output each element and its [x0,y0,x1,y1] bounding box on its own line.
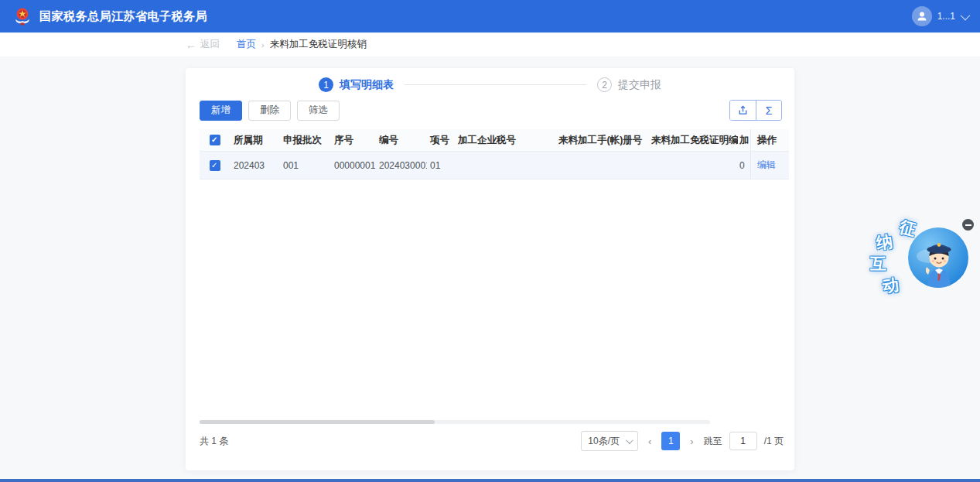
pagination: 10条/页 ‹ 1 › 跳至 /1 页 [581,431,784,451]
breadcrumb-current: 来料加工免税证明核销 [270,38,367,51]
filter-button[interactable]: 筛选 [297,101,340,121]
jump-to-label: 跳至 [704,435,722,448]
page-size-select[interactable]: 10条/页 [581,431,638,451]
col-header-truncated: 加 [738,134,750,147]
horizontal-scrollbar-thumb[interactable] [200,420,435,424]
back-button[interactable]: 返回 [186,38,220,51]
step-2-label: 提交申报 [618,78,661,92]
page-1-button[interactable]: 1 [661,432,680,450]
back-label: 返回 [200,38,220,51]
table-header-row: 所属期 申报批次 序号 编号 项号 加工企业税号 来料加工手(帐)册号 来料加工… [200,129,789,152]
total-count: 共 1 条 [200,435,228,448]
cell-seq: 00000001 [331,160,376,171]
col-header-manual-no: 来料加工手(帐)册号 [555,134,648,147]
chevron-down-icon [961,10,971,20]
main-card: 1 填写明细表 2 提交申报 新增 删除 筛选 Σ 所属期 [186,68,794,470]
breadcrumb: 返回 首页 › 来料加工免税证明核销 [0,32,980,56]
col-header-batch: 申报批次 [280,134,331,147]
export-button[interactable] [730,101,756,120]
tax-interaction-widget[interactable]: 征 纳 互 动 [867,217,975,301]
mascot-char-na: 纳 [875,231,894,255]
col-header-cert-no: 来料加工免税证明编号 [648,134,738,147]
step-2-number: 2 [597,77,612,92]
col-header-action: 操作 [750,129,789,151]
breadcrumb-home[interactable]: 首页 [237,38,256,51]
select-all-checkbox[interactable] [210,135,220,145]
widget-minimize-button[interactable] [962,219,974,231]
col-header-number: 编号 [376,134,427,147]
col-header-item-no: 项号 [427,134,455,147]
app-header: 国家税务总局江苏省电子税务局 1...1 [0,0,980,32]
step-1-fill-detail: 1 填写明细表 [319,77,394,92]
table-toolbar: 新增 删除 筛选 Σ [200,100,782,121]
horizontal-scrollbar[interactable] [200,420,710,424]
step-2-submit: 2 提交申报 [597,77,661,92]
data-table: 所属期 申报批次 序号 编号 项号 加工企业税号 来料加工手(帐)册号 来料加工… [200,129,789,179]
jump-to-page-input[interactable] [729,432,757,450]
delete-button[interactable]: 删除 [248,101,291,121]
prev-page-button[interactable]: ‹ [645,436,654,447]
cell-item-no: 01 [427,160,455,171]
sigma-icon: Σ [766,104,773,117]
table-row: 202403 001 00000001 2024030001 01 0 编辑 [200,152,789,179]
col-header-seq: 序号 [331,134,376,147]
step-1-label: 填写明细表 [340,78,394,92]
step-indicator: 1 填写明细表 2 提交申报 [186,77,794,92]
cell-truncated: 0 [738,160,750,171]
col-header-period: 所属期 [230,134,280,147]
user-menu[interactable]: 1...1 [912,6,968,26]
footer-edge [0,479,980,482]
add-button[interactable]: 新增 [200,101,242,121]
page-size-value: 10条/页 [588,435,620,448]
mascot-officer-illustration [907,227,969,289]
mascot-char-dong: 动 [882,274,900,297]
app-title: 国家税务总局江苏省电子税务局 [39,9,207,24]
step-1-number: 1 [319,77,333,92]
cell-period: 202403 [230,160,280,171]
next-page-button[interactable]: › [687,436,696,447]
sum-button[interactable]: Σ [756,101,781,120]
user-avatar-icon [912,6,932,26]
tax-emblem-logo [12,6,32,26]
cell-batch: 001 [280,160,331,171]
user-name: 1...1 [937,11,955,22]
total-pages-label: /1 页 [764,435,784,448]
brand: 国家税务总局江苏省电子税务局 [12,6,207,26]
export-icon [737,104,749,116]
row-checkbox[interactable] [210,160,220,171]
step-connector-line [405,84,586,85]
back-arrow-icon [186,39,196,51]
edit-link[interactable]: 编辑 [757,159,776,172]
mascot-char-hu: 互 [870,253,886,275]
cell-number: 2024030001 [376,160,427,171]
breadcrumb-separator: › [261,40,265,50]
col-header-enterprise-tax-no: 加工企业税号 [455,134,555,147]
table-tools: Σ [729,100,782,121]
chevron-down-icon [626,436,633,444]
table-footer: 共 1 条 10条/页 ‹ 1 › 跳至 /1 页 [200,429,784,453]
